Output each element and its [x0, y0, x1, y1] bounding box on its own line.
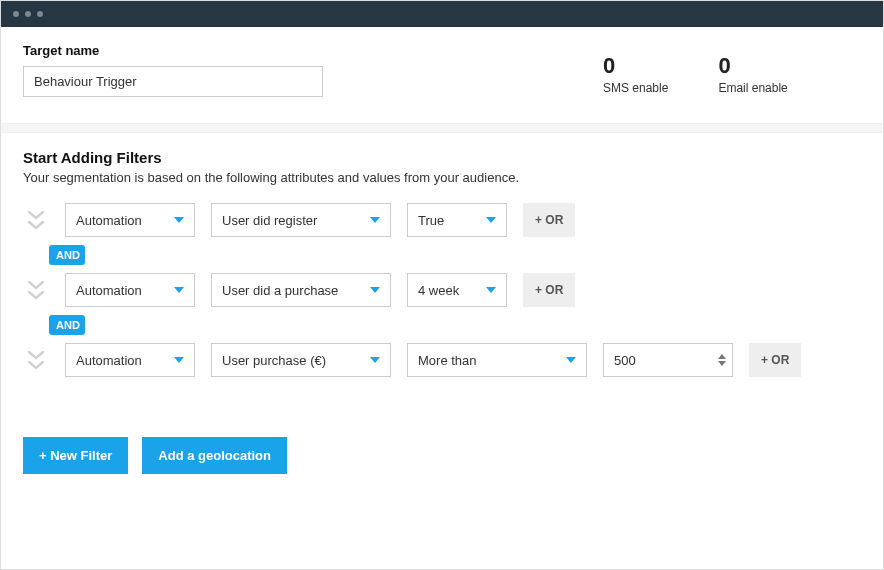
new-filter-button[interactable]: + New Filter [23, 437, 128, 474]
rule-category-select[interactable]: Automation [65, 203, 195, 237]
stepper-down-icon[interactable] [718, 361, 726, 366]
rule-value-select[interactable]: True [407, 203, 507, 237]
rule-number-input[interactable]: 500 [603, 343, 733, 377]
stat-email: 0 Email enable [718, 53, 787, 107]
window-dot [37, 11, 43, 17]
rule-category-select[interactable]: Automation [65, 343, 195, 377]
drag-handle-icon[interactable] [23, 280, 49, 300]
select-value: Automation [76, 283, 142, 298]
chevron-down-icon [370, 355, 380, 365]
chevron-down-icon [174, 355, 184, 365]
select-value: User purchase (€) [222, 353, 326, 368]
rule-value-select[interactable]: 4 week [407, 273, 507, 307]
rule-attribute-select[interactable]: User did a purchase [211, 273, 391, 307]
filter-rule: Automation User did a purchase 4 week + … [23, 273, 861, 307]
chevron-down-icon [370, 215, 380, 225]
select-value: Automation [76, 353, 142, 368]
select-value: 4 week [418, 283, 459, 298]
stepper-up-icon[interactable] [718, 354, 726, 359]
stat-email-value: 0 [718, 53, 787, 79]
add-geolocation-button[interactable]: Add a geolocation [142, 437, 287, 474]
filters-subtitle: Your segmentation is based on the follow… [23, 170, 861, 185]
stat-email-label: Email enable [718, 81, 787, 95]
window-dot [25, 11, 31, 17]
chevron-down-icon [486, 215, 496, 225]
drag-handle-icon[interactable] [23, 210, 49, 230]
action-buttons: + New Filter Add a geolocation [23, 437, 861, 474]
panel-divider [1, 123, 883, 133]
select-value: True [418, 213, 444, 228]
chevron-down-icon [174, 215, 184, 225]
top-panel: Target name 0 SMS enable 0 Email enable [1, 27, 883, 123]
add-or-button[interactable]: + OR [523, 203, 575, 237]
number-value: 500 [614, 353, 636, 368]
and-connector: AND [49, 245, 85, 265]
rule-attribute-select[interactable]: User purchase (€) [211, 343, 391, 377]
stat-sms-value: 0 [603, 53, 668, 79]
chevron-down-icon [370, 285, 380, 295]
filters-panel: Start Adding Filters Your segmentation i… [1, 133, 883, 569]
add-or-button[interactable]: + OR [523, 273, 575, 307]
select-value: Automation [76, 213, 142, 228]
drag-handle-icon[interactable] [23, 350, 49, 370]
chevron-down-icon [486, 285, 496, 295]
titlebar [1, 1, 883, 27]
target-name-section: Target name [1, 27, 575, 123]
filters-title: Start Adding Filters [23, 149, 861, 166]
number-steppers[interactable] [718, 344, 726, 376]
rule-attribute-select[interactable]: User did register [211, 203, 391, 237]
select-value: User did register [222, 213, 317, 228]
rule-category-select[interactable]: Automation [65, 273, 195, 307]
stats-section: 0 SMS enable 0 Email enable [583, 27, 883, 123]
rule-operator-select[interactable]: More than [407, 343, 587, 377]
stat-sms: 0 SMS enable [603, 53, 668, 107]
chevron-down-icon [174, 285, 184, 295]
select-value: User did a purchase [222, 283, 338, 298]
chevron-down-icon [566, 355, 576, 365]
select-value: More than [418, 353, 477, 368]
stat-sms-label: SMS enable [603, 81, 668, 95]
target-name-label: Target name [23, 43, 553, 58]
and-connector: AND [49, 315, 85, 335]
filter-rule: Automation User purchase (€) More than 5… [23, 343, 861, 377]
target-name-input[interactable] [23, 66, 323, 97]
app-window: Target name 0 SMS enable 0 Email enable … [0, 0, 884, 570]
window-dot [13, 11, 19, 17]
filter-rule: Automation User did register True + OR [23, 203, 861, 237]
add-or-button[interactable]: + OR [749, 343, 801, 377]
